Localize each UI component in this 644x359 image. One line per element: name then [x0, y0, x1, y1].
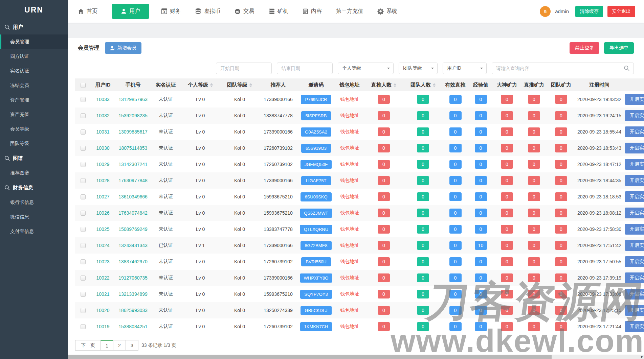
invite-code-button[interactable]: QS6ZJMWT [300, 209, 332, 218]
nav-item-home[interactable]: 首页 [78, 8, 97, 15]
page-2-button[interactable]: 2 [113, 340, 126, 351]
next-page-button[interactable]: 下一页 [75, 340, 101, 351]
nav-item-finance[interactable]: ¥ 财务 [161, 8, 181, 15]
avatar[interactable]: a [540, 6, 551, 17]
invite-code-button[interactable]: WHPXFY8O [300, 273, 333, 283]
sidebar-item-team-level[interactable]: 团队等级 [0, 136, 68, 151]
nav-item-miner[interactable]: 矿机 [268, 8, 288, 15]
invite-code-button[interactable]: JGEMQ50F [301, 160, 332, 169]
open-realname-button[interactable]: 开启实名 [625, 305, 644, 316]
invite-code-button[interactable]: QTLXQRNU [300, 225, 332, 234]
sidebar-item-realname-auth[interactable]: 实名认证 [0, 64, 68, 78]
personal-level-select[interactable]: 个人等级 [338, 63, 394, 74]
search-input[interactable] [492, 63, 634, 74]
nav-item-content[interactable]: 内容 [303, 8, 322, 15]
sidebar-item-wechat-info[interactable]: 微信信息 [0, 210, 68, 224]
invite-code-button[interactable]: SQYP7OY3 [300, 290, 332, 299]
sidebar-item-bankcard-info[interactable]: 银行卡信息 [0, 195, 68, 210]
wallet-address-link[interactable]: 钱包地址 [340, 177, 359, 183]
open-realname-button[interactable]: 开启实名 [625, 224, 644, 235]
invite-code-button[interactable]: P769NJCR [301, 95, 331, 104]
row-checkbox[interactable] [81, 227, 86, 232]
wallet-address-link[interactable]: 钱包地址 [340, 194, 359, 199]
open-realname-button[interactable]: 开启实名 [625, 175, 644, 186]
wallet-address-link[interactable]: 钱包地址 [340, 259, 359, 264]
open-realname-button[interactable]: 开启实名 [625, 191, 644, 202]
row-checkbox[interactable] [81, 276, 86, 281]
sort-icon[interactable] [433, 83, 436, 87]
invite-code-button[interactable]: LIGAE75T [301, 176, 331, 185]
nav-item-thirdparty-recharge[interactable]: 第三方充值 [336, 8, 363, 15]
sidebar-item-asset-recharge[interactable]: 资产充值 [0, 107, 68, 122]
wallet-address-link[interactable]: 钱包地址 [340, 242, 359, 248]
clear-cache-button[interactable]: 清除缓存 [575, 6, 603, 17]
open-realname-button[interactable]: 开启实名 [625, 94, 644, 105]
nav-item-system[interactable]: 系统 [377, 8, 397, 15]
sort-icon[interactable] [210, 83, 213, 87]
row-checkbox[interactable] [81, 211, 86, 216]
invite-code-button[interactable]: 1KMKN7CH [300, 322, 332, 331]
open-realname-button[interactable]: 开启实名 [625, 272, 644, 283]
row-checkbox[interactable] [81, 113, 86, 118]
open-realname-button[interactable]: 开启实名 [625, 143, 644, 153]
open-realname-button[interactable]: 开启实名 [625, 321, 644, 332]
sort-icon[interactable] [394, 83, 396, 87]
end-date-input[interactable] [277, 63, 333, 74]
page-1-button[interactable]: 1 [101, 340, 113, 351]
sidebar-item-asset-management[interactable]: 资产管理 [0, 93, 68, 107]
row-checkbox[interactable] [81, 324, 86, 329]
wallet-address-link[interactable]: 钱包地址 [340, 96, 359, 102]
nav-item-users[interactable]: 用户 [112, 4, 149, 19]
open-realname-button[interactable]: 开启实名 [625, 289, 644, 300]
sort-icon[interactable] [249, 83, 252, 87]
export-selected-button[interactable]: 导出选中 [604, 42, 634, 54]
select-all-checkbox[interactable] [81, 83, 86, 88]
search-icon[interactable] [624, 65, 630, 71]
wallet-address-link[interactable]: 钱包地址 [340, 275, 359, 280]
wallet-address-link[interactable]: 钱包地址 [340, 210, 359, 215]
wallet-address-link[interactable]: 钱包地址 [340, 145, 359, 150]
invite-code-button[interactable]: 65S919O3 [301, 144, 331, 153]
sidebar-item-member-level[interactable]: 会员等级 [0, 122, 68, 136]
open-realname-button[interactable]: 开启实名 [625, 240, 644, 251]
invite-code-button[interactable]: 6SU09SKQ [301, 192, 331, 201]
row-checkbox[interactable] [81, 292, 86, 297]
invite-code-button[interactable]: GB5CKDLJ [301, 306, 331, 315]
invite-code-button[interactable]: G0AZ5SA2 [301, 127, 331, 137]
team-level-select[interactable]: 团队等级 [399, 63, 438, 74]
nav-item-crypto[interactable]: 虚拟币 [195, 8, 220, 15]
open-realname-button[interactable]: 开启实名 [625, 208, 644, 218]
sidebar-item-referral-graph[interactable]: 推荐图谱 [0, 166, 68, 180]
scrollbar-thumb[interactable] [68, 355, 552, 359]
invite-code-button[interactable]: 5ISPFSRB [301, 111, 331, 120]
open-realname-button[interactable]: 开启实名 [625, 256, 644, 267]
invite-code-button[interactable]: 8G72BME8 [301, 241, 331, 250]
scroll-right-arrow[interactable]: ▶ [641, 355, 643, 359]
row-checkbox[interactable] [81, 162, 86, 167]
row-checkbox[interactable] [81, 146, 86, 151]
row-checkbox[interactable] [81, 97, 86, 102]
open-realname-button[interactable]: 开启实名 [625, 110, 644, 121]
wallet-address-link[interactable]: 钱包地址 [340, 161, 359, 167]
ban-login-button[interactable]: 禁止登录 [570, 42, 599, 54]
wallet-address-link[interactable]: 钱包地址 [340, 291, 359, 296]
open-realname-button[interactable]: 开启实名 [625, 126, 644, 137]
sidebar-section-graph[interactable]: 图谱 [0, 151, 68, 166]
nav-item-trade[interactable]: 交易 [235, 8, 254, 15]
page-3-button[interactable]: 3 [126, 340, 138, 351]
row-checkbox[interactable] [81, 259, 86, 264]
search-field-select[interactable]: 用户ID [443, 63, 487, 74]
sidebar-item-four-party-auth[interactable]: 四方认证 [0, 49, 68, 64]
logout-button[interactable]: 安全退出 [607, 6, 635, 17]
sidebar-item-frozen-members[interactable]: 冻结会员 [0, 78, 68, 93]
wallet-address-link[interactable]: 钱包地址 [340, 226, 359, 232]
wallet-address-link[interactable]: 钱包地址 [340, 307, 359, 313]
row-checkbox[interactable] [81, 194, 86, 199]
row-checkbox[interactable] [81, 178, 86, 183]
start-date-input[interactable] [216, 63, 272, 74]
wallet-address-link[interactable]: 钱包地址 [340, 113, 359, 118]
sidebar-item-member-management[interactable]: 会员管理 [0, 34, 68, 49]
wallet-address-link[interactable]: 钱包地址 [340, 324, 359, 329]
invite-code-button[interactable]: BVRI550U [301, 257, 331, 266]
horizontal-scrollbar[interactable]: ▶ [68, 355, 644, 359]
